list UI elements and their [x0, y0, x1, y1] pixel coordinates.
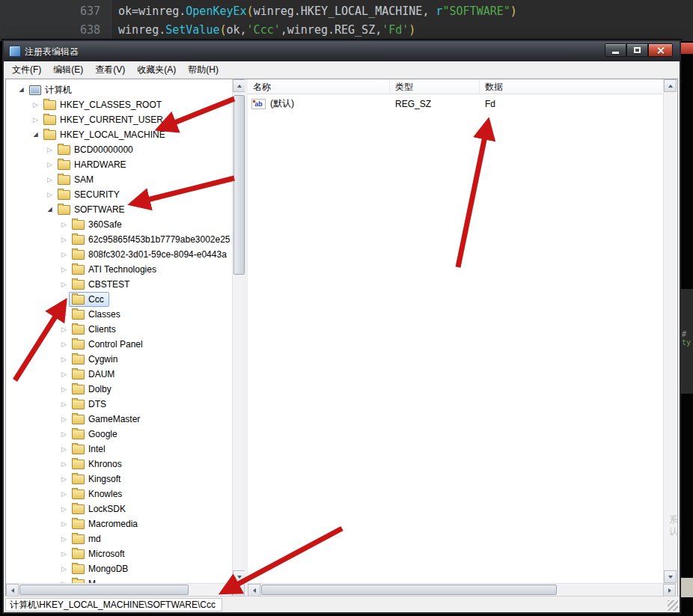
expander-collapsed-icon[interactable]: ▷ — [59, 311, 69, 318]
expander-collapsed-icon[interactable]: ▷ — [59, 326, 69, 333]
value-row[interactable]: ab(默认)REG_SZFd — [248, 97, 663, 111]
column-name[interactable]: 名称 — [248, 79, 390, 94]
scroll-left-button[interactable] — [6, 584, 19, 597]
tree-item-google[interactable]: ▷Google — [6, 427, 232, 442]
menu-item[interactable]: 收藏夹(A) — [131, 61, 182, 79]
tree-item-daum[interactable]: ▷DAUM — [6, 367, 232, 382]
expander-collapsed-icon[interactable]: ▷ — [59, 445, 69, 453]
tree-item-locksdk[interactable]: ▷LockSDK — [6, 501, 232, 516]
tree-item-label: 62c95865f453b1b7779abe3002e25 — [88, 234, 232, 245]
tree-item-360safe[interactable]: ▷360Safe — [6, 217, 232, 232]
expander-collapsed-icon[interactable]: ▷ — [59, 490, 69, 498]
tree-item-cygwin[interactable]: ▷Cygwin — [6, 352, 232, 367]
expander-collapsed-icon[interactable]: ▷ — [59, 475, 69, 483]
expander-collapsed-icon[interactable]: ▷ — [59, 400, 69, 408]
tree-item-hkey-classes-root[interactable]: ▷HKEY_CLASSES_ROOT — [6, 97, 232, 112]
title-bar[interactable]: 注册表编辑器 — [4, 41, 680, 61]
expander-collapsed-icon[interactable]: ▷ — [31, 116, 40, 123]
tree-item-macromedia[interactable]: ▷Macromedia — [6, 516, 232, 531]
tree-item-control-panel[interactable]: ▷Control Panel — [6, 337, 232, 352]
tree-item-ccc[interactable]: Ccc — [6, 292, 232, 307]
expander-collapsed-icon[interactable]: ▷ — [59, 266, 69, 273]
expander-collapsed-icon[interactable]: ▷ — [59, 415, 69, 423]
tree-scroll-thumb[interactable] — [233, 95, 245, 275]
scroll-down-button[interactable] — [233, 570, 245, 583]
expander-collapsed-icon[interactable]: ▷ — [59, 505, 69, 513]
tree-horizontal-scrollbar[interactable] — [6, 583, 245, 596]
values-hscroll-thumb[interactable] — [261, 585, 557, 595]
scroll-up-button[interactable] — [233, 79, 245, 92]
tree-item-clients[interactable]: ▷Clients — [6, 322, 232, 337]
tree-item-hkey-local-machine[interactable]: ◢HKEY_LOCAL_MACHINE — [6, 127, 232, 142]
expander-expanded-icon[interactable]: ◢ — [31, 131, 40, 138]
maximize-button[interactable] — [626, 43, 648, 57]
minimize-button[interactable] — [605, 43, 626, 57]
expander-collapsed-icon[interactable]: ▷ — [45, 191, 55, 198]
tree-item-dts[interactable]: ▷DTS — [6, 397, 232, 412]
expander-collapsed-icon[interactable]: ▷ — [59, 460, 69, 468]
close-button[interactable] — [648, 43, 673, 57]
scroll-right-button[interactable] — [663, 584, 676, 597]
scroll-up-button[interactable] — [664, 79, 677, 92]
expander-collapsed-icon[interactable]: ▷ — [59, 370, 69, 378]
expander-collapsed-icon[interactable]: ▷ — [59, 535, 69, 543]
tree-item-hkey-current-user[interactable]: ▷HKEY_CURRENT_USER — [6, 112, 232, 127]
menu-item[interactable]: 查看(V) — [89, 61, 131, 79]
tree-item-m-[interactable]: ▷M... — [6, 576, 232, 583]
expander-collapsed-icon[interactable]: ▷ — [59, 385, 69, 393]
menu-item[interactable]: 文件(F) — [6, 61, 47, 79]
expander-expanded-icon[interactable]: ◢ — [45, 206, 55, 213]
expander-collapsed-icon[interactable]: ▷ — [59, 221, 69, 228]
tree-item-intel[interactable]: ▷Intel — [6, 442, 232, 457]
column-type[interactable]: 类型 — [390, 79, 480, 94]
expander-collapsed-icon[interactable]: ▷ — [31, 101, 40, 109]
scroll-down-button[interactable] — [664, 570, 677, 583]
tree-item-bcd00000000[interactable]: ▷BCD00000000 — [6, 142, 232, 157]
values-vertical-scrollbar[interactable] — [663, 79, 676, 583]
expander-collapsed-icon[interactable]: ▷ — [59, 520, 69, 528]
tree-item-cbstest[interactable]: ▷CBSTEST — [6, 277, 232, 292]
expander-collapsed-icon[interactable]: ▷ — [45, 161, 55, 168]
tree-item-khronos[interactable]: ▷Khronos — [6, 457, 232, 472]
tree-item-md[interactable]: ▷md — [6, 531, 232, 546]
tree-item-mongodb[interactable]: ▷MongoDB — [6, 561, 232, 576]
tree-item-dolby[interactable]: ▷Dolby — [6, 382, 232, 397]
tree-item-62c95865f453b1b7779abe3002e25[interactable]: ▷62c95865f453b1b7779abe3002e25 — [6, 232, 232, 247]
tree-hscroll-thumb[interactable] — [19, 585, 189, 595]
tree-item-label: BCD00000000 — [74, 144, 135, 155]
tree-item-classes[interactable]: ▷Classes — [6, 307, 232, 322]
tree-item-security[interactable]: ▷SECURITY — [6, 187, 232, 202]
resize-grip-icon[interactable] — [668, 600, 678, 611]
expander-collapsed-icon[interactable]: ▷ — [45, 146, 55, 153]
menu-item[interactable]: 帮助(H) — [182, 61, 225, 79]
tree-item-software[interactable]: ◢SOFTWARE — [6, 202, 232, 217]
tree-item-microsoft[interactable]: ▷Microsoft — [6, 546, 232, 561]
expander-collapsed-icon[interactable]: ▷ — [59, 251, 69, 258]
expander-collapsed-icon[interactable]: ▷ — [59, 281, 69, 288]
tree-item-ati-technologies[interactable]: ▷ATI Technologies — [6, 262, 232, 277]
scroll-right-button[interactable] — [232, 584, 245, 597]
tree-item-sam[interactable]: ▷SAM — [6, 172, 232, 187]
tree-item-hardware[interactable]: ▷HARDWARE — [6, 157, 232, 172]
values-horizontal-scrollbar[interactable] — [248, 583, 676, 596]
column-data[interactable]: 数据 — [480, 79, 663, 94]
expander-collapsed-icon[interactable]: ▷ — [59, 236, 69, 243]
tree-item-计算机[interactable]: ◢计算机 — [6, 82, 232, 97]
tree-item-label: DTS — [88, 399, 108, 409]
tree-item-gamemaster[interactable]: ▷GameMaster — [6, 412, 232, 427]
tree-item-kingsoft[interactable]: ▷Kingsoft — [6, 472, 232, 487]
tree-item-box: Intel — [69, 442, 111, 457]
reg-sz-icon: ab — [251, 99, 266, 109]
expander-collapsed-icon[interactable]: ▷ — [59, 550, 69, 558]
menu-item[interactable]: 编辑(E) — [47, 61, 89, 79]
tree-vertical-scrollbar[interactable] — [232, 79, 245, 583]
expander-collapsed-icon[interactable]: ▷ — [59, 565, 69, 573]
scroll-left-button[interactable] — [248, 584, 260, 597]
expander-collapsed-icon[interactable]: ▷ — [59, 341, 69, 348]
tree-item-knowles[interactable]: ▷Knowles — [6, 487, 232, 501]
expander-expanded-icon[interactable]: ◢ — [16, 86, 26, 94]
expander-collapsed-icon[interactable]: ▷ — [45, 176, 55, 183]
expander-collapsed-icon[interactable]: ▷ — [59, 356, 69, 363]
tree-item-808fc302-3d01-59ce-8094-e0443a[interactable]: ▷808fc302-3d01-59ce-8094-e0443a — [6, 247, 232, 262]
expander-collapsed-icon[interactable]: ▷ — [59, 430, 69, 438]
